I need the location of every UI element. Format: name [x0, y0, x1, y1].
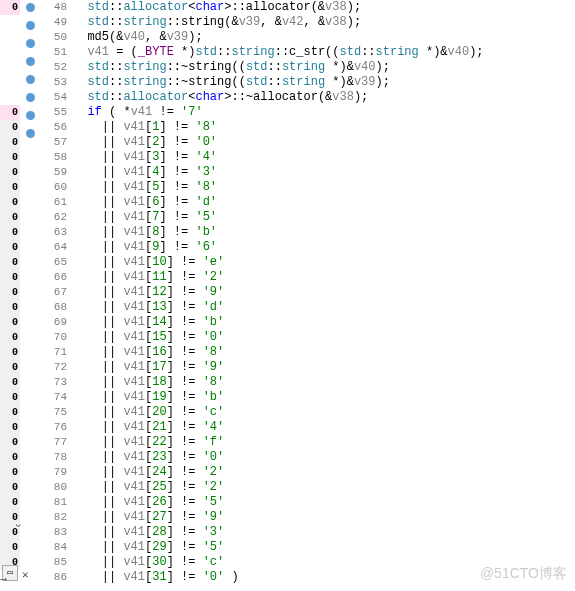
code-token: string — [123, 15, 166, 29]
breakpoint-slot[interactable] — [21, 399, 39, 414]
code-line[interactable]: std::allocator<char>::~allocator(&v38); — [73, 90, 575, 105]
code-line[interactable]: || v41[22] != 'f' — [73, 435, 575, 450]
breakpoint-slot[interactable] — [21, 444, 39, 459]
breakpoint-slot[interactable] — [21, 354, 39, 369]
margin-marker: 0 — [0, 150, 20, 165]
code-line[interactable]: || v41[17] != '9' — [73, 360, 575, 375]
code-line[interactable]: std::string::string(&v39, &v42, &v38); — [73, 15, 575, 30]
breakpoint-slot[interactable] — [21, 174, 39, 189]
breakpoint-slot[interactable] — [21, 549, 39, 564]
code-line[interactable]: std::string::~string((std::string *)&v39… — [73, 75, 575, 90]
breakpoint-slot[interactable] — [21, 429, 39, 444]
code-line[interactable]: || v41[7] != '5' — [73, 210, 575, 225]
code-token: v41 — [123, 540, 145, 554]
breakpoint-gutter[interactable] — [21, 0, 39, 591]
breakpoint-slot[interactable] — [21, 219, 39, 234]
code-token: '2' — [203, 270, 225, 284]
code-line[interactable]: || v41[3] != '4' — [73, 150, 575, 165]
code-token: '8' — [203, 345, 225, 359]
breakpoint-slot[interactable] — [21, 21, 39, 36]
code-line[interactable]: std::string::~string((std::string *)&v40… — [73, 60, 575, 75]
breakpoint-slot[interactable] — [21, 294, 39, 309]
breakpoint-slot[interactable] — [21, 129, 39, 144]
breakpoint-slot[interactable] — [21, 279, 39, 294]
code-line[interactable]: || v41[25] != '2' — [73, 480, 575, 495]
margin-marker: 0 — [0, 225, 20, 240]
code-area[interactable]: std::allocator<char>::allocator(&v38); s… — [73, 0, 575, 591]
breakpoint-slot[interactable] — [21, 189, 39, 204]
breakpoint-slot[interactable] — [21, 39, 39, 54]
breakpoint-slot[interactable] — [21, 204, 39, 219]
code-line[interactable]: v41 = (_BYTE *)std::string::c_str((std::… — [73, 45, 575, 60]
code-token: v41 — [123, 465, 145, 479]
breakpoint-dot-icon[interactable] — [26, 57, 35, 66]
code-line[interactable]: || v41[12] != '9' — [73, 285, 575, 300]
breakpoint-dot-icon[interactable] — [26, 3, 35, 12]
breakpoint-slot[interactable] — [21, 324, 39, 339]
breakpoint-slot[interactable] — [21, 249, 39, 264]
close-icon[interactable]: ✕ — [22, 568, 29, 581]
breakpoint-slot[interactable] — [21, 264, 39, 279]
breakpoint-slot[interactable] — [21, 234, 39, 249]
code-line[interactable]: || v41[6] != 'd' — [73, 195, 575, 210]
breakpoint-slot[interactable] — [21, 339, 39, 354]
breakpoint-slot[interactable] — [21, 519, 39, 534]
breakpoint-slot[interactable] — [21, 75, 39, 90]
breakpoint-slot[interactable] — [21, 144, 39, 159]
code-line[interactable]: || v41[8] != 'b' — [73, 225, 575, 240]
breakpoint-slot[interactable] — [21, 57, 39, 72]
breakpoint-slot[interactable] — [21, 459, 39, 474]
code-line[interactable]: md5(&v40, &v39); — [73, 30, 575, 45]
breakpoint-dot-icon[interactable] — [26, 39, 35, 48]
breakpoint-dot-icon[interactable] — [26, 111, 35, 120]
code-line[interactable]: || v41[16] != '8' — [73, 345, 575, 360]
breakpoint-slot[interactable] — [21, 93, 39, 108]
code-line[interactable]: || v41[15] != '0' — [73, 330, 575, 345]
breakpoint-dot-icon[interactable] — [26, 129, 35, 138]
code-line[interactable]: || v41[14] != 'b' — [73, 315, 575, 330]
breakpoint-slot[interactable] — [21, 534, 39, 549]
code-line[interactable]: || v41[28] != '3' — [73, 525, 575, 540]
code-line[interactable]: std::allocator<char>::allocator(&v38); — [73, 0, 575, 15]
code-line[interactable]: || v41[9] != '6' — [73, 240, 575, 255]
code-line[interactable]: || v41[20] != 'c' — [73, 405, 575, 420]
breakpoint-dot-icon[interactable] — [26, 75, 35, 84]
code-line[interactable]: || v41[19] != 'b' — [73, 390, 575, 405]
code-line[interactable]: || v41[2] != '0' — [73, 135, 575, 150]
code-token: '9' — [203, 285, 225, 299]
breakpoint-slot[interactable] — [21, 384, 39, 399]
code-token: :: — [361, 45, 375, 59]
breakpoint-dot-icon[interactable] — [26, 21, 35, 30]
code-line[interactable]: || v41[5] != '8' — [73, 180, 575, 195]
code-line[interactable]: || v41[1] != '8' — [73, 120, 575, 135]
breakpoint-slot[interactable] — [21, 159, 39, 174]
breakpoint-slot[interactable] — [21, 309, 39, 324]
code-line[interactable]: || v41[18] != '8' — [73, 375, 575, 390]
code-line[interactable]: if ( *v41 != '7' — [73, 105, 575, 120]
code-line[interactable]: || v41[4] != '3' — [73, 165, 575, 180]
code-token: 29 — [152, 540, 166, 554]
code-line[interactable]: || v41[11] != '2' — [73, 270, 575, 285]
breakpoint-slot[interactable] — [21, 369, 39, 384]
code-line[interactable]: || v41[10] != 'e' — [73, 255, 575, 270]
breakpoint-slot[interactable] — [21, 111, 39, 126]
code-token: ] != — [167, 480, 203, 494]
code-token: v40 — [354, 60, 376, 74]
code-line[interactable]: || v41[24] != '2' — [73, 465, 575, 480]
breakpoint-slot[interactable] — [21, 3, 39, 18]
code-line[interactable]: || v41[21] != '4' — [73, 420, 575, 435]
code-line[interactable]: || v41[23] != '0' — [73, 450, 575, 465]
code-line[interactable]: || v41[29] != '5' — [73, 540, 575, 555]
breakpoint-slot[interactable] — [21, 414, 39, 429]
code-line[interactable]: || v41[27] != '9' — [73, 510, 575, 525]
breakpoint-slot[interactable] — [21, 504, 39, 519]
breakpoint-dot-icon[interactable] — [26, 93, 35, 102]
code-line[interactable]: || v41[26] != '5' — [73, 495, 575, 510]
code-editor[interactable]: 00000000000000000000000000000000> 484950… — [0, 0, 575, 591]
breakpoint-slot[interactable] — [21, 489, 39, 504]
breakpoint-slot[interactable] — [21, 474, 39, 489]
code-line[interactable]: || v41[13] != 'd' — [73, 300, 575, 315]
code-token: (& — [318, 90, 332, 104]
code-token: 'f' — [203, 435, 225, 449]
code-token: '2' — [203, 480, 225, 494]
